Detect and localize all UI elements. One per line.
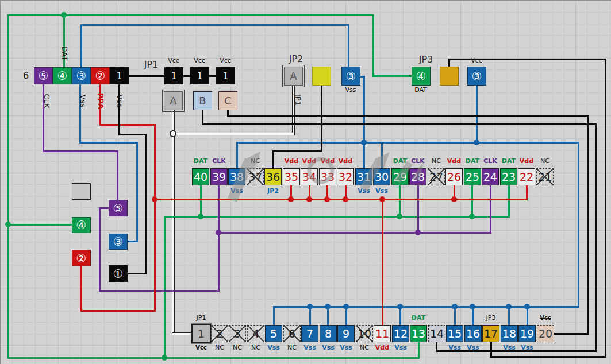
- jp3-pin-3[interactable]: ③: [467, 67, 486, 86]
- jp2-yellow-square[interactable]: [312, 67, 331, 86]
- wire-vdd-red-hdr2[interactable]: [80, 310, 156, 312]
- wire-black-jp3-pin17[interactable]: [490, 356, 606, 358]
- pin-mid-34[interactable]: 34: [301, 168, 318, 185]
- pin-mid-26[interactable]: 26: [445, 168, 463, 185]
- wire-black-jp3-pin17[interactable]: [605, 59, 606, 358]
- wire-clk-purple-hdr5[interactable]: [117, 150, 118, 201]
- wire-vss-blue-top[interactable]: [348, 24, 349, 68]
- pin-bot-14[interactable]: 14: [428, 325, 445, 342]
- wire-black-yellow-pin36[interactable]: [321, 85, 322, 152]
- wire-vss-blue-pin5[interactable]: [273, 306, 275, 326]
- wire-dat-green-pin25[interactable]: [471, 185, 473, 218]
- wire-dat-green-border[interactable]: [372, 75, 413, 77]
- wire-ratsnest-a-pin1[interactable]: [172, 333, 193, 335]
- jp1-vcc-pin-2[interactable]: 1: [190, 67, 209, 84]
- wire-black-b-pin14[interactable]: [202, 123, 597, 125]
- wire-clk-purple-link[interactable]: [99, 207, 101, 292]
- wire-black-c-pin20[interactable]: [227, 115, 589, 117]
- wire-vss-blue-bus[interactable]: [236, 142, 579, 144]
- pin-bot-1[interactable]: 1: [191, 324, 211, 343]
- wire-dat-green-bus[interactable]: [164, 216, 166, 359]
- wire-vdd-red-pin22[interactable]: [526, 185, 528, 200]
- wire-vcc-black-net1[interactable]: [127, 273, 147, 274]
- wire-black-c-pin20[interactable]: [587, 115, 589, 335]
- pin-mid-30[interactable]: 30: [373, 168, 390, 185]
- wire-vss-blue-top[interactable]: [80, 24, 349, 26]
- pin-bot-18[interactable]: 18: [501, 325, 518, 342]
- net-blank-square[interactable]: [72, 183, 91, 200]
- pin-mid-40[interactable]: 40: [192, 168, 209, 185]
- wire-clk-purple-pin24[interactable]: [490, 185, 491, 234]
- wire-vdd-red-pin11[interactable]: [382, 199, 383, 326]
- wire-vss-blue-net3[interactable]: [127, 241, 138, 242]
- pin-mid-38[interactable]: 38: [228, 168, 245, 185]
- pin-bot-7[interactable]: 7: [301, 325, 318, 342]
- jp3-gold-square[interactable]: [440, 67, 459, 86]
- pin-bot-8[interactable]: 8: [320, 325, 337, 342]
- pin-mid-35[interactable]: 35: [283, 168, 300, 185]
- wire-vss-blue-pin31[interactable]: [363, 142, 365, 169]
- pin-bot-12[interactable]: 12: [392, 325, 409, 342]
- pin-mid-32[interactable]: 32: [337, 168, 354, 185]
- pin-mid-29[interactable]: 29: [391, 168, 409, 185]
- wire-dat-green-bus[interactable]: [164, 216, 510, 218]
- pin-bot-9[interactable]: 9: [337, 325, 355, 342]
- wire-black-yellow-pin36[interactable]: [272, 150, 322, 152]
- wire-vcc-black-net1[interactable]: [145, 134, 147, 274]
- module-a-square[interactable]: A: [164, 91, 183, 110]
- pin-mid-37[interactable]: 37: [247, 168, 264, 185]
- wire-dat-green-net4[interactable]: [7, 224, 73, 226]
- wire-dat-green-border[interactable]: [7, 14, 9, 359]
- pin-mid-25[interactable]: 25: [464, 168, 481, 185]
- wire-vdd-red-hdr2[interactable]: [80, 266, 82, 312]
- wire-clk-purple-link[interactable]: [99, 290, 220, 292]
- net-5-square[interactable]: ⑤: [109, 200, 128, 216]
- pin-mid-22[interactable]: 22: [518, 168, 535, 185]
- wire-vdd-red-hdr2[interactable]: [99, 124, 156, 126]
- wire-dat-green-pin23[interactable]: [508, 185, 510, 218]
- net-2-square[interactable]: ②: [72, 250, 91, 266]
- wire-clk-purple-hdr5[interactable]: [43, 150, 118, 152]
- wire-clk-purple-pin28[interactable]: [417, 185, 419, 234]
- jp3-pin-4[interactable]: ④: [412, 67, 431, 86]
- pin-bot-6[interactable]: 6: [283, 325, 301, 342]
- wire-vdd-red-hdr2[interactable]: [154, 124, 156, 312]
- module-c-square[interactable]: C: [218, 91, 237, 110]
- pin-bot-17[interactable]: 17: [482, 325, 499, 342]
- wire-vdd-red-bus[interactable]: [154, 199, 528, 200]
- wire-black-c-pin20[interactable]: [553, 333, 589, 335]
- pin-bot-20[interactable]: 20: [537, 325, 554, 342]
- net-3-square[interactable]: ③: [109, 234, 128, 250]
- wire-clk-purple-bus[interactable]: [218, 232, 491, 234]
- wire-clk-purple-link[interactable]: [218, 232, 220, 292]
- pin-mid-31[interactable]: 31: [355, 168, 372, 185]
- pin-mid-23[interactable]: 23: [500, 168, 517, 185]
- pin-bot-11[interactable]: 11: [374, 325, 391, 342]
- pin-bot-2[interactable]: 2: [211, 325, 228, 342]
- wire-black-b-pin14[interactable]: [595, 123, 597, 352]
- pin-bot-16[interactable]: 16: [464, 325, 482, 342]
- wire-vcc-black-net1[interactable]: [118, 134, 147, 135]
- pin-bot-5[interactable]: 5: [265, 325, 282, 342]
- pin-mid-36[interactable]: 36: [264, 168, 282, 185]
- wire-ratsnest-jp2a[interactable]: [172, 133, 294, 135]
- pin-mid-21[interactable]: 21: [536, 168, 554, 185]
- pin-mid-24[interactable]: 24: [482, 168, 499, 185]
- net-1-square[interactable]: ①: [109, 265, 128, 282]
- wire-vcc-black-jp1a[interactable]: [128, 75, 166, 77]
- pin-mid-28[interactable]: 28: [409, 168, 426, 185]
- jp2-pin-3[interactable]: ③: [341, 67, 360, 86]
- wire-black-b-pin14[interactable]: [202, 110, 203, 125]
- wire-vss-blue-net3[interactable]: [79, 142, 138, 144]
- pin-bot-10[interactable]: 10: [356, 325, 373, 342]
- wire-vss-blue-right[interactable]: [273, 306, 579, 308]
- pin-mid-33[interactable]: 33: [319, 168, 336, 185]
- wire-ratsnest-a-pin1[interactable]: [172, 110, 174, 335]
- wire-dat-green-border[interactable]: [372, 14, 374, 77]
- jp1-vcc-pin-3[interactable]: 1: [216, 67, 235, 84]
- wire-vss-blue-right[interactable]: [578, 142, 579, 308]
- pin-mid-27[interactable]: 27: [428, 168, 445, 185]
- wire-dat-green-pin40[interactable]: [200, 185, 202, 218]
- wire-vss-blue-top[interactable]: [80, 24, 82, 68]
- pin-bot-3[interactable]: 3: [229, 325, 246, 342]
